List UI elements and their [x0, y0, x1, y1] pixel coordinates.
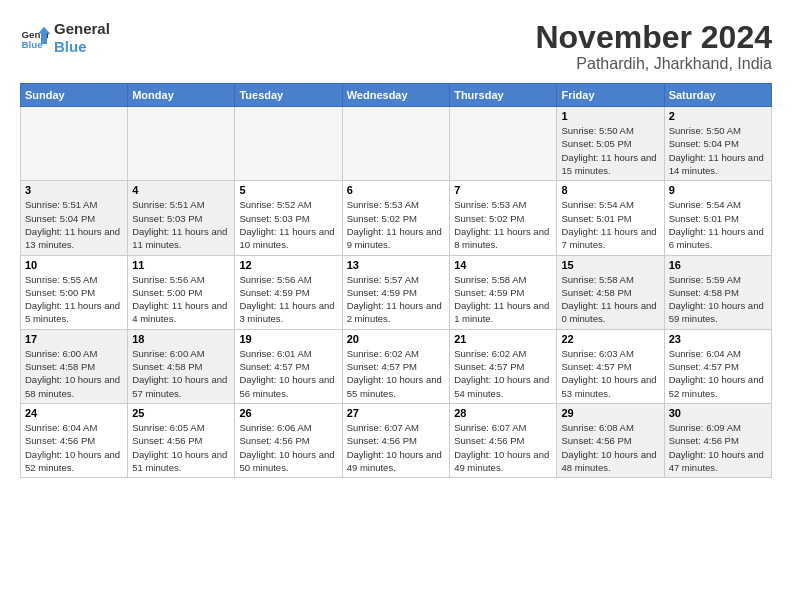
day-number: 20 — [347, 333, 445, 345]
day-info: Sunrise: 6:09 AM Sunset: 4:56 PM Dayligh… — [669, 421, 767, 474]
calendar-cell: 22Sunrise: 6:03 AM Sunset: 4:57 PM Dayli… — [557, 329, 664, 403]
calendar-cell: 25Sunrise: 6:05 AM Sunset: 4:56 PM Dayli… — [128, 403, 235, 477]
day-info: Sunrise: 6:08 AM Sunset: 4:56 PM Dayligh… — [561, 421, 659, 474]
calendar-cell: 28Sunrise: 6:07 AM Sunset: 4:56 PM Dayli… — [450, 403, 557, 477]
day-info: Sunrise: 5:50 AM Sunset: 5:05 PM Dayligh… — [561, 124, 659, 177]
weekday-header-wednesday: Wednesday — [342, 84, 449, 107]
day-number: 6 — [347, 184, 445, 196]
day-number: 19 — [239, 333, 337, 345]
calendar-cell: 19Sunrise: 6:01 AM Sunset: 4:57 PM Dayli… — [235, 329, 342, 403]
day-info: Sunrise: 5:55 AM Sunset: 5:00 PM Dayligh… — [25, 273, 123, 326]
day-number: 13 — [347, 259, 445, 271]
logo-line1: General — [54, 20, 110, 38]
weekday-header-monday: Monday — [128, 84, 235, 107]
day-info: Sunrise: 6:01 AM Sunset: 4:57 PM Dayligh… — [239, 347, 337, 400]
weekday-header-tuesday: Tuesday — [235, 84, 342, 107]
day-number: 5 — [239, 184, 337, 196]
calendar-cell: 23Sunrise: 6:04 AM Sunset: 4:57 PM Dayli… — [664, 329, 771, 403]
weekday-header-sunday: Sunday — [21, 84, 128, 107]
logo: General Blue General Blue — [20, 20, 110, 56]
day-info: Sunrise: 5:51 AM Sunset: 5:03 PM Dayligh… — [132, 198, 230, 251]
calendar-cell — [128, 107, 235, 181]
calendar-week-2: 3Sunrise: 5:51 AM Sunset: 5:04 PM Daylig… — [21, 181, 772, 255]
calendar-cell: 3Sunrise: 5:51 AM Sunset: 5:04 PM Daylig… — [21, 181, 128, 255]
day-number: 14 — [454, 259, 552, 271]
calendar-week-5: 24Sunrise: 6:04 AM Sunset: 4:56 PM Dayli… — [21, 403, 772, 477]
day-number: 17 — [25, 333, 123, 345]
day-info: Sunrise: 6:04 AM Sunset: 4:57 PM Dayligh… — [669, 347, 767, 400]
day-info: Sunrise: 5:50 AM Sunset: 5:04 PM Dayligh… — [669, 124, 767, 177]
day-info: Sunrise: 5:51 AM Sunset: 5:04 PM Dayligh… — [25, 198, 123, 251]
calendar-cell: 14Sunrise: 5:58 AM Sunset: 4:59 PM Dayli… — [450, 255, 557, 329]
day-info: Sunrise: 5:57 AM Sunset: 4:59 PM Dayligh… — [347, 273, 445, 326]
day-number: 2 — [669, 110, 767, 122]
calendar-cell: 13Sunrise: 5:57 AM Sunset: 4:59 PM Dayli… — [342, 255, 449, 329]
day-info: Sunrise: 6:06 AM Sunset: 4:56 PM Dayligh… — [239, 421, 337, 474]
weekday-header-friday: Friday — [557, 84, 664, 107]
calendar-header-row: SundayMondayTuesdayWednesdayThursdayFrid… — [21, 84, 772, 107]
header: General Blue General Blue November 2024 … — [20, 20, 772, 73]
logo-text: General Blue — [54, 20, 110, 56]
calendar-cell: 1Sunrise: 5:50 AM Sunset: 5:05 PM Daylig… — [557, 107, 664, 181]
calendar-cell: 27Sunrise: 6:07 AM Sunset: 4:56 PM Dayli… — [342, 403, 449, 477]
day-info: Sunrise: 6:03 AM Sunset: 4:57 PM Dayligh… — [561, 347, 659, 400]
calendar-cell: 20Sunrise: 6:02 AM Sunset: 4:57 PM Dayli… — [342, 329, 449, 403]
calendar-week-4: 17Sunrise: 6:00 AM Sunset: 4:58 PM Dayli… — [21, 329, 772, 403]
day-number: 28 — [454, 407, 552, 419]
day-info: Sunrise: 5:53 AM Sunset: 5:02 PM Dayligh… — [347, 198, 445, 251]
day-number: 23 — [669, 333, 767, 345]
calendar-cell: 15Sunrise: 5:58 AM Sunset: 4:58 PM Dayli… — [557, 255, 664, 329]
logo-line2: Blue — [54, 38, 110, 56]
location-subtitle: Pathardih, Jharkhand, India — [535, 55, 772, 73]
calendar-cell: 18Sunrise: 6:00 AM Sunset: 4:58 PM Dayli… — [128, 329, 235, 403]
day-info: Sunrise: 5:58 AM Sunset: 4:59 PM Dayligh… — [454, 273, 552, 326]
calendar-cell — [21, 107, 128, 181]
day-info: Sunrise: 6:04 AM Sunset: 4:56 PM Dayligh… — [25, 421, 123, 474]
month-title: November 2024 — [535, 20, 772, 55]
calendar-week-3: 10Sunrise: 5:55 AM Sunset: 5:00 PM Dayli… — [21, 255, 772, 329]
calendar-cell: 9Sunrise: 5:54 AM Sunset: 5:01 PM Daylig… — [664, 181, 771, 255]
day-info: Sunrise: 6:05 AM Sunset: 4:56 PM Dayligh… — [132, 421, 230, 474]
day-number: 27 — [347, 407, 445, 419]
calendar-cell: 12Sunrise: 5:56 AM Sunset: 4:59 PM Dayli… — [235, 255, 342, 329]
calendar-cell: 30Sunrise: 6:09 AM Sunset: 4:56 PM Dayli… — [664, 403, 771, 477]
day-info: Sunrise: 6:07 AM Sunset: 4:56 PM Dayligh… — [454, 421, 552, 474]
calendar-cell: 5Sunrise: 5:52 AM Sunset: 5:03 PM Daylig… — [235, 181, 342, 255]
day-info: Sunrise: 6:00 AM Sunset: 4:58 PM Dayligh… — [132, 347, 230, 400]
day-number: 16 — [669, 259, 767, 271]
svg-text:Blue: Blue — [22, 39, 44, 50]
day-number: 29 — [561, 407, 659, 419]
calendar-week-1: 1Sunrise: 5:50 AM Sunset: 5:05 PM Daylig… — [21, 107, 772, 181]
calendar-cell: 2Sunrise: 5:50 AM Sunset: 5:04 PM Daylig… — [664, 107, 771, 181]
calendar-cell: 8Sunrise: 5:54 AM Sunset: 5:01 PM Daylig… — [557, 181, 664, 255]
day-number: 10 — [25, 259, 123, 271]
title-block: November 2024 Pathardih, Jharkhand, Indi… — [535, 20, 772, 73]
calendar-cell: 6Sunrise: 5:53 AM Sunset: 5:02 PM Daylig… — [342, 181, 449, 255]
calendar-cell: 16Sunrise: 5:59 AM Sunset: 4:58 PM Dayli… — [664, 255, 771, 329]
day-number: 11 — [132, 259, 230, 271]
day-number: 26 — [239, 407, 337, 419]
day-info: Sunrise: 5:54 AM Sunset: 5:01 PM Dayligh… — [561, 198, 659, 251]
day-number: 22 — [561, 333, 659, 345]
calendar-cell: 21Sunrise: 6:02 AM Sunset: 4:57 PM Dayli… — [450, 329, 557, 403]
day-info: Sunrise: 5:52 AM Sunset: 5:03 PM Dayligh… — [239, 198, 337, 251]
day-number: 24 — [25, 407, 123, 419]
day-info: Sunrise: 6:02 AM Sunset: 4:57 PM Dayligh… — [454, 347, 552, 400]
weekday-header-thursday: Thursday — [450, 84, 557, 107]
weekday-header-saturday: Saturday — [664, 84, 771, 107]
day-info: Sunrise: 6:00 AM Sunset: 4:58 PM Dayligh… — [25, 347, 123, 400]
day-number: 12 — [239, 259, 337, 271]
calendar-cell — [342, 107, 449, 181]
day-info: Sunrise: 5:56 AM Sunset: 4:59 PM Dayligh… — [239, 273, 337, 326]
day-number: 30 — [669, 407, 767, 419]
day-number: 4 — [132, 184, 230, 196]
day-info: Sunrise: 5:56 AM Sunset: 5:00 PM Dayligh… — [132, 273, 230, 326]
calendar-cell: 4Sunrise: 5:51 AM Sunset: 5:03 PM Daylig… — [128, 181, 235, 255]
calendar-cell: 29Sunrise: 6:08 AM Sunset: 4:56 PM Dayli… — [557, 403, 664, 477]
day-number: 15 — [561, 259, 659, 271]
day-number: 25 — [132, 407, 230, 419]
day-info: Sunrise: 5:59 AM Sunset: 4:58 PM Dayligh… — [669, 273, 767, 326]
calendar-cell — [450, 107, 557, 181]
day-info: Sunrise: 5:53 AM Sunset: 5:02 PM Dayligh… — [454, 198, 552, 251]
calendar-cell: 10Sunrise: 5:55 AM Sunset: 5:00 PM Dayli… — [21, 255, 128, 329]
